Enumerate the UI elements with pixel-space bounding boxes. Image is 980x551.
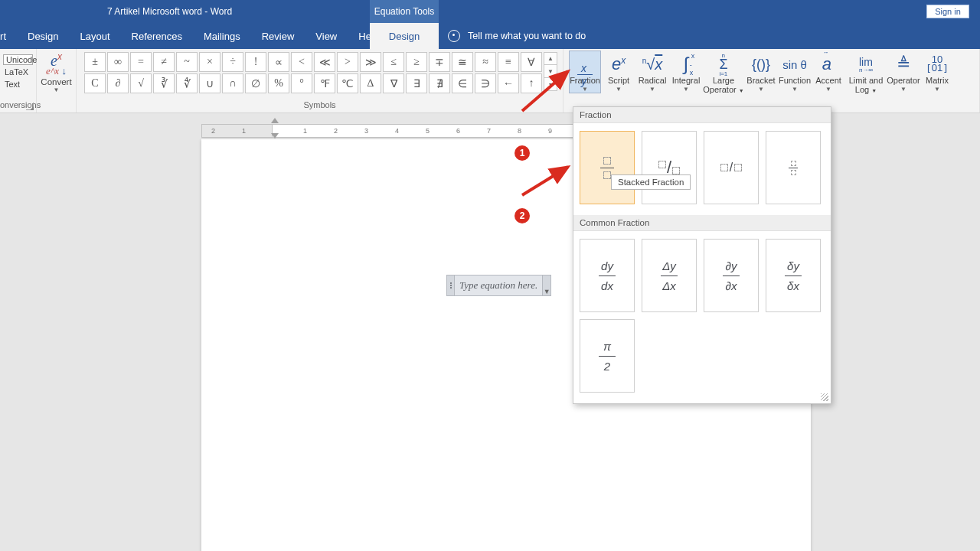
limit-and-log-icon: limn→∞ <box>859 53 873 76</box>
symbol-cell[interactable]: > <box>337 52 358 72</box>
symbol-cell[interactable]: ↑ <box>521 73 542 93</box>
contextual-tab-equation-tools[interactable]: Equation Tools <box>370 0 439 23</box>
symbol-cell[interactable]: ∜ <box>176 73 198 93</box>
symbol-cell[interactable]: ∃ <box>406 73 427 93</box>
tab-design[interactable]: Design <box>17 23 69 49</box>
equation-dropdown[interactable]: ▼ <box>542 275 551 296</box>
structure-matrix[interactable]: [1001]Matrix▼ <box>921 51 953 93</box>
symbol-cell[interactable]: ℃ <box>337 73 358 93</box>
fraction-icon: xy <box>577 53 593 76</box>
structure-limit-and-log[interactable]: limn→∞Limit andLog ▼ <box>846 51 886 95</box>
tab-review[interactable]: Review <box>251 23 305 49</box>
annotation-badge-1: 1 <box>514 145 530 161</box>
symbol-cell[interactable]: < <box>291 52 312 72</box>
equation-handle-left[interactable] <box>446 275 454 296</box>
structure-integral[interactable]: ∫-xxIntegral▼ <box>670 51 702 93</box>
structure-function[interactable]: sin θFunction▼ <box>779 51 811 93</box>
symbol-cell[interactable]: ± <box>84 52 106 72</box>
symbol-cell[interactable]: ∈ <box>452 73 473 93</box>
structure-script[interactable]: exScript▼ <box>603 51 635 93</box>
large-operator-icon: Σni=1 <box>719 53 727 76</box>
common-fraction-2[interactable]: ∂y∂x <box>704 239 759 312</box>
window-title: 7 Artikel Microsoft word - Word <box>107 0 232 23</box>
symbol-cell[interactable]: ← <box>498 73 519 93</box>
symbol-cell[interactable]: ≡ <box>498 52 519 72</box>
symbol-cell[interactable]: ∂ <box>107 73 129 93</box>
common-fraction-0[interactable]: dydx <box>580 239 635 312</box>
fraction-template-3[interactable] <box>766 131 821 204</box>
common-fraction-4[interactable]: π2 <box>580 319 635 393</box>
symbol-cell[interactable]: ≠ <box>153 52 175 72</box>
tab-references[interactable]: References <box>121 23 193 49</box>
symbol-cell[interactable]: ∝ <box>268 52 289 72</box>
tooltip-stacked-fraction: Stacked Fraction <box>611 174 691 190</box>
common-fraction-3[interactable]: δyδx <box>766 239 821 312</box>
chevron-down-icon: ▼ <box>683 86 689 93</box>
symbol-cell[interactable]: ∞ <box>107 52 129 72</box>
symbol-cell[interactable]: × <box>199 52 220 72</box>
radio-latex[interactable]: LaTeX <box>3 67 33 77</box>
chevron-up-icon[interactable]: ▲ <box>544 52 557 65</box>
symbol-cell[interactable]: ÷ <box>222 52 243 72</box>
chevron-down-icon: ▼ <box>758 86 764 93</box>
symbol-cell[interactable]: ° <box>291 73 312 93</box>
indent-marker-top-icon[interactable] <box>271 118 279 123</box>
symbol-cell[interactable]: C <box>84 73 106 93</box>
symbol-cell[interactable]: % <box>268 73 289 93</box>
convert-button[interactable]: ex e^x ↓ Convert ▼ <box>37 49 77 112</box>
symbol-cell[interactable]: ≪ <box>314 52 335 72</box>
symbol-cell[interactable]: ∀ <box>521 52 542 72</box>
symbol-cell[interactable]: ~ <box>176 52 198 72</box>
structure-large-operator[interactable]: Σni=1LargeOperator ▼ <box>704 51 743 95</box>
fraction-template-0[interactable] <box>580 131 635 204</box>
fraction-template-2[interactable]: / <box>704 131 759 204</box>
radio-unicode[interactable]: Unicode <box>3 54 33 65</box>
radio-text[interactable]: Text <box>3 79 33 90</box>
symbol-gallery-spinner[interactable]: ▲ ▼ ▾ <box>544 52 557 93</box>
symbol-cell[interactable]: ≈ <box>475 52 496 72</box>
structure-fraction[interactable]: xyFraction▼ <box>569 51 601 93</box>
common-fraction-1[interactable]: ΔyΔx <box>642 239 697 312</box>
tab-insert-truncated[interactable]: sert <box>0 23 17 49</box>
more-icon[interactable]: ▾ <box>544 78 557 91</box>
convert-label: Convert <box>41 77 71 86</box>
structure-bracket[interactable]: {()}Bracket▼ <box>745 51 777 93</box>
symbol-cell[interactable]: ≫ <box>360 52 381 72</box>
symbol-cell[interactable]: √ <box>130 73 152 93</box>
symbol-cell[interactable]: ≅ <box>452 52 473 72</box>
equation-placeholder[interactable]: Type equation here. ▼ <box>446 275 551 296</box>
indent-marker-bottom-icon[interactable] <box>271 133 279 139</box>
symbol-cell[interactable]: ℉ <box>314 73 335 93</box>
symbol-cell[interactable]: ∪ <box>199 73 220 93</box>
symbol-cell[interactable]: ∄ <box>429 73 450 93</box>
chevron-down-icon[interactable]: ▼ <box>544 65 557 78</box>
symbol-cell[interactable]: ∋ <box>475 73 496 93</box>
fraction-dropdown-panel: Fraction // Common Fraction dydxΔyΔx∂y∂x… <box>573 106 831 404</box>
chevron-down-icon: ▼ <box>900 86 906 93</box>
resize-grip-icon[interactable] <box>821 393 828 401</box>
equation-input[interactable]: Type equation here. <box>454 275 542 296</box>
signin-button[interactable]: Sign in <box>926 5 969 18</box>
symbol-cell[interactable]: = <box>130 52 152 72</box>
symbol-cell[interactable]: ≤ <box>383 52 404 72</box>
structure-accent[interactable]: a¨Accent▼ <box>812 51 844 93</box>
tab-mailings[interactable]: Mailings <box>193 23 251 49</box>
tab-equation-design[interactable]: Design <box>370 23 439 49</box>
symbol-cell[interactable]: ! <box>245 52 266 72</box>
symbol-cell[interactable]: ∇ <box>383 73 404 93</box>
structure-operator[interactable]: ≜Operator▼ <box>887 51 920 93</box>
symbol-cell[interactable]: ≥ <box>406 52 427 72</box>
tell-me-search[interactable]: Tell me what you want to do <box>448 23 586 49</box>
symbol-cell[interactable]: ∛ <box>153 73 175 93</box>
symbol-cell[interactable]: ∆ <box>360 73 381 93</box>
fraction-template-1[interactable]: / <box>642 131 697 204</box>
symbol-cell[interactable]: ∅ <box>245 73 266 93</box>
structure-radical[interactable]: n√xRadical▼ <box>636 51 668 93</box>
tab-layout[interactable]: Layout <box>69 23 120 49</box>
tab-view[interactable]: View <box>305 23 348 49</box>
symbol-cell[interactable]: ∓ <box>429 52 450 72</box>
lightbulb-icon <box>448 30 460 42</box>
symbol-cell[interactable]: ∩ <box>222 73 243 93</box>
dialog-launcher-icon[interactable] <box>26 103 34 110</box>
fraction-panel-header-common: Common Fraction <box>573 215 831 231</box>
